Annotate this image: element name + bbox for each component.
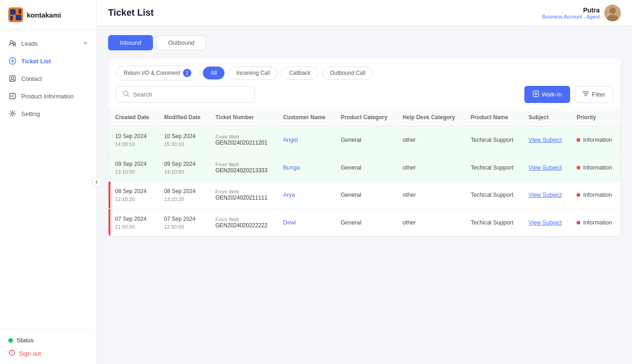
col-modified-date: Modified Date — [158, 109, 209, 127]
customer-link[interactable]: Bunga — [283, 164, 300, 171]
svg-point-18 — [123, 91, 128, 96]
view-subject-link[interactable]: View Subject — [529, 137, 562, 143]
customer-link[interactable]: Dewi — [283, 219, 296, 226]
chip-all-label: All — [211, 70, 217, 76]
chip-return-badge: 2 — [183, 69, 191, 77]
svg-rect-2 — [16, 15, 21, 20]
power-icon — [8, 349, 15, 358]
sidebar-item-setting-label: Setting — [21, 110, 40, 117]
table-row: 08 Sep 2024 12:10:20 08 Sep 2024 13:10:2… — [109, 182, 620, 209]
cell-product-category: General — [334, 182, 396, 209]
sidebar-item-leads-label: Leads — [21, 40, 37, 47]
cell-priority: Information — [570, 182, 620, 209]
table-row: 07 Sep 2024 11:50:50 07 Sep 2024 12:50:5… — [109, 209, 620, 237]
filter-label: Filter — [592, 91, 605, 98]
user-role: Business Account - Agent — [542, 14, 600, 19]
table-row: 10 Sep 2024 14:30:10 10 Sep 2024 15:30:1… — [109, 127, 620, 154]
sidebar-item-leads[interactable]: Leads — [0, 35, 97, 52]
cell-modified-date: 08 Sep 2024 13:10:20 — [158, 182, 209, 209]
sidebar-item-contact[interactable]: Contact — [0, 70, 97, 87]
sidebar-bottom: Status Sign out — [0, 330, 97, 364]
filter-button[interactable]: Filter — [575, 86, 613, 103]
table-header-row: Created Date Modified Date Ticket Number… — [109, 109, 620, 127]
cell-helpdesk-category: other — [396, 127, 464, 154]
chevron-down-icon — [83, 40, 88, 47]
chip-incoming-label: Incoming Call — [236, 70, 270, 76]
col-product-category: Product Category — [334, 109, 396, 127]
view-subject-link[interactable]: View Subject — [529, 192, 562, 198]
sidebar: kontakami Leads Ticket List Contact — [0, 0, 97, 364]
cell-subject: View Subject — [522, 182, 570, 209]
cell-modified-date: 07 Sep 2024 12:50:50 — [158, 209, 209, 237]
chip-callback[interactable]: Callback — [281, 67, 318, 79]
svg-rect-10 — [10, 93, 15, 99]
svg-point-6 — [13, 42, 16, 45]
sidebar-item-ticket-list[interactable]: Ticket List — [0, 52, 97, 70]
svg-point-16 — [609, 7, 616, 14]
cell-product-category: General — [334, 154, 396, 182]
search-input[interactable] — [133, 91, 248, 98]
cell-created-date: 07 Sep 2024 11:50:50 — [109, 209, 158, 237]
cell-ticket-number: From Web GEN2024020211201 — [209, 127, 277, 154]
cell-ticket-number: From Web GEN2024020211111 — [209, 182, 277, 209]
logo-area: kontakami — [0, 0, 97, 30]
cell-created-date: 10 Sep 2024 14:30:10 — [109, 127, 158, 154]
user-info: Putra Business Account - Agent — [542, 5, 621, 21]
chip-all[interactable]: All — [203, 67, 225, 79]
chip-incoming-call[interactable]: Incoming Call — [228, 67, 278, 79]
cell-ticket-number: From Web GEN2024020213333 — [209, 154, 277, 182]
sidebar-item-contact-label: Contact — [21, 75, 42, 82]
cell-modified-date: 09 Sep 2024 14:10:50 — [158, 154, 209, 182]
sidebar-item-product-info[interactable]: Product Information — [0, 87, 97, 105]
collapse-sidebar-button[interactable] — [91, 177, 102, 187]
cell-product-category: General — [334, 209, 396, 237]
cell-product-name: Techical Support — [464, 182, 522, 209]
svg-point-13 — [12, 113, 14, 115]
tab-inbound[interactable]: Inbound — [108, 35, 153, 50]
cell-customer-name: Arya — [277, 182, 334, 209]
ticket-icon — [8, 57, 17, 65]
topbar: Ticket List Putra Business Account - Age… — [97, 0, 632, 26]
view-subject-link[interactable]: View Subject — [529, 219, 562, 226]
user-name: Putra — [542, 6, 600, 14]
svg-rect-1 — [10, 9, 16, 15]
priority-dot — [577, 138, 580, 142]
customer-link[interactable]: Arya — [283, 192, 295, 198]
svg-point-9 — [12, 77, 14, 79]
cell-product-category: General — [334, 127, 396, 154]
col-helpdesk-category: Help Desk Category — [396, 109, 464, 127]
sign-out-button[interactable]: Sign out — [8, 349, 88, 358]
cell-ticket-number: From Web GEN2024020222222 — [209, 209, 277, 237]
chip-outbound-call[interactable]: Outbound Call — [322, 67, 373, 79]
cell-priority: Information — [570, 127, 620, 154]
svg-point-5 — [10, 41, 13, 43]
table-row: 09 Sep 2024 13:10:50 09 Sep 2024 14:10:5… — [109, 154, 620, 182]
people-icon — [8, 39, 17, 48]
col-created-date: Created Date — [109, 109, 158, 127]
col-priority: Priority — [570, 109, 620, 127]
product-icon — [8, 92, 17, 100]
cell-priority: Information — [570, 209, 620, 237]
priority-dot — [577, 166, 580, 170]
cell-product-name: Techical Support — [464, 209, 522, 237]
view-subject-link[interactable]: View Subject — [529, 164, 562, 171]
priority-dot — [577, 193, 580, 197]
cell-helpdesk-category: other — [396, 154, 464, 182]
cell-customer-name: Dewi — [277, 209, 334, 237]
cell-customer-name: Bunga — [277, 154, 334, 182]
cell-helpdesk-category: other — [396, 182, 464, 209]
chip-return-io[interactable]: Return I/O & Comment 2 — [116, 66, 199, 80]
sign-out-label: Sign out — [19, 350, 41, 357]
priority-label: Information — [583, 192, 612, 198]
sidebar-item-setting[interactable]: Setting — [0, 105, 97, 122]
customer-link[interactable]: Angel — [283, 137, 298, 143]
gear-icon — [8, 109, 17, 118]
status-row: Status — [8, 337, 88, 344]
user-text-area: Putra Business Account - Agent — [542, 6, 600, 19]
ticket-table-card: Return I/O & Comment 2 All Incoming Call… — [108, 58, 621, 237]
walkin-button[interactable]: Walk-In — [524, 86, 571, 103]
tab-outbound[interactable]: Outbound — [157, 35, 206, 50]
cell-subject: View Subject — [522, 154, 570, 182]
priority-label: Information — [583, 219, 612, 226]
content-area: Inbound Outbound Return I/O & Comment 2 … — [97, 26, 632, 364]
